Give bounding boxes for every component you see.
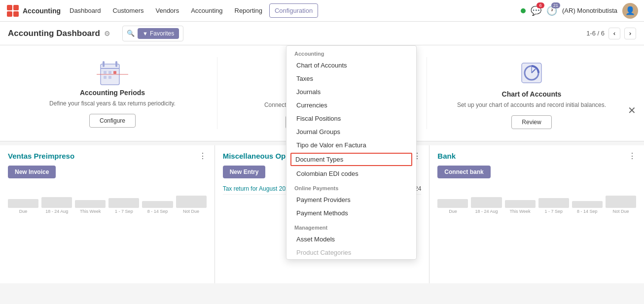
navbar: Accounting Dashboard Customers Vendors A… <box>0 0 644 22</box>
svg-rect-3 <box>13 11 19 17</box>
online-status-dot <box>521 8 526 13</box>
menu-taxes[interactable]: Taxes <box>286 72 416 85</box>
svg-rect-1 <box>13 5 19 10</box>
app-logo[interactable]: Accounting <box>6 4 61 18</box>
clock-badge: 21 <box>551 2 560 8</box>
management-section-label: Management <box>286 220 416 233</box>
main-content: Accounting Periods Define your fiscal ye… <box>0 45 644 304</box>
menu-payment-providers[interactable]: Payment Providers <box>286 193 416 206</box>
nav-item-reporting[interactable]: Reporting <box>230 4 267 17</box>
menu-chart-of-accounts[interactable]: Chart of Accounts <box>286 59 416 72</box>
nav-item-dashboard[interactable]: Dashboard <box>65 4 106 17</box>
menu-payment-methods[interactable]: Payment Methods <box>286 206 416 220</box>
page-header: Accounting Dashboard ⚙ 🔍 ▼ Favorites 1-6… <box>0 22 644 45</box>
dropdown-overlay[interactable]: Accounting Chart of Accounts Taxes Journ… <box>0 45 644 304</box>
nav-item-configuration[interactable]: Configuration <box>269 3 318 18</box>
menu-colombian-edi[interactable]: Colombian EDI codes <box>286 167 416 180</box>
menu-product-categories[interactable]: Product Categories <box>286 246 416 259</box>
app-name: Accounting <box>23 7 61 15</box>
user-name: (AR) Monotributista <box>562 7 617 14</box>
navbar-right: 💬 6 🕐 21 (AR) Monotributista 👤 <box>521 3 638 19</box>
menu-asset-models[interactable]: Asset Models <box>286 233 416 246</box>
favorites-label: Favorites <box>150 30 174 37</box>
menu-tipo-de-valor[interactable]: Tipo de Valor en Factura <box>286 138 416 152</box>
dropdown-scroll[interactable]: Accounting Chart of Accounts Taxes Journ… <box>286 46 416 259</box>
menu-document-types[interactable]: Document Types <box>290 153 412 166</box>
user-avatar[interactable]: 👤 <box>622 3 638 19</box>
close-button[interactable]: ✕ <box>628 104 636 116</box>
nav-item-accounting[interactable]: Accounting <box>186 4 227 17</box>
search-icon: 🔍 <box>127 30 135 37</box>
configuration-dropdown: Accounting Chart of Accounts Taxes Journ… <box>286 45 417 260</box>
settings-icon[interactable]: ⚙ <box>104 30 110 37</box>
chat-notification[interactable]: 💬 6 <box>531 5 541 16</box>
pagination-area: 1-6 / 6 ‹ › <box>586 28 636 39</box>
online-payments-section-label: Online Payments <box>286 180 416 193</box>
nav-item-vendors[interactable]: Vendors <box>150 4 184 17</box>
menu-journals[interactable]: Journals <box>286 85 416 99</box>
next-page-button[interactable]: › <box>624 28 636 39</box>
menu-fiscal-positions[interactable]: Fiscal Positions <box>286 112 416 125</box>
search-bar[interactable]: 🔍 ▼ Favorites <box>122 26 183 41</box>
accounting-section-label: Accounting <box>286 46 416 59</box>
svg-rect-2 <box>7 11 12 17</box>
svg-rect-0 <box>7 5 12 10</box>
menu-journal-groups[interactable]: Journal Groups <box>286 125 416 138</box>
clock-notification[interactable]: 🕐 21 <box>546 5 557 16</box>
prev-page-button[interactable]: ‹ <box>608 28 620 39</box>
chat-badge: 6 <box>537 2 544 8</box>
menu-currencies[interactable]: Currencies <box>286 99 416 112</box>
pagination-text: 1-6 / 6 <box>586 30 605 37</box>
filter-icon: ▼ <box>143 31 148 36</box>
favorites-button[interactable]: ▼ Favorites <box>138 28 179 39</box>
page-title: Accounting Dashboard <box>8 29 100 38</box>
nav-item-customers[interactable]: Customers <box>108 4 149 17</box>
